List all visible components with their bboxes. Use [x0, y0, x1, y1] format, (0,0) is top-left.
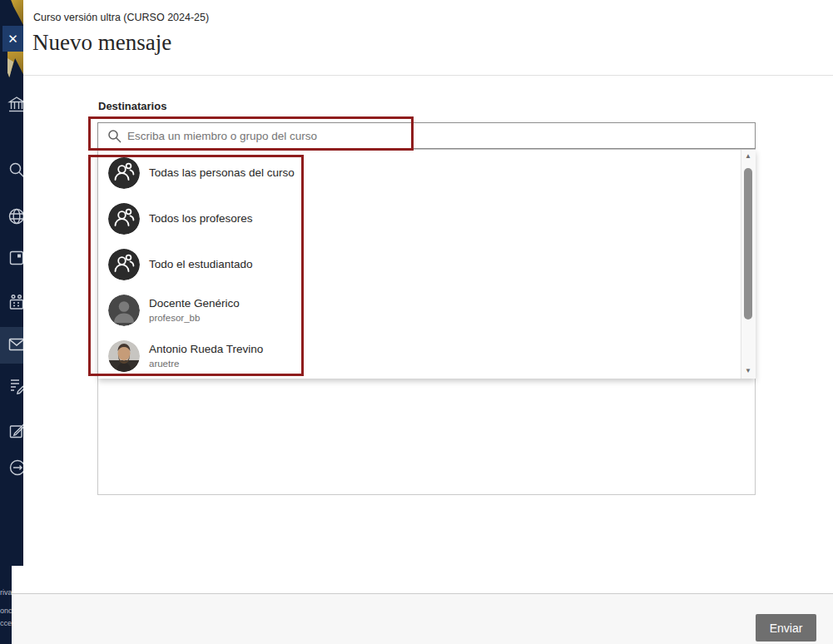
base-nav-sidebar	[0, 0, 23, 566]
close-icon: ✕	[7, 32, 18, 47]
course-context-breadcrumb: Curso versión ultra (CURSO 2024-25)	[33, 12, 209, 23]
close-panel-button[interactable]: ✕	[2, 26, 23, 52]
accessibility-link-fragment[interactable]: cce	[0, 619, 12, 627]
blackboard-logo	[7, 0, 23, 25]
option-name: Todos los profesores	[149, 211, 253, 225]
grades-icon[interactable]	[7, 376, 23, 396]
group-icon	[108, 203, 140, 235]
group-icon	[108, 249, 140, 280]
scroll-down-arrow-icon[interactable]: ▼	[741, 367, 755, 375]
option-name: Todas las personas del curso	[149, 166, 295, 180]
dropdown-scrollbar: ▲ ▼	[741, 150, 756, 379]
option-name: Antonio Rueda Trevino	[149, 342, 263, 356]
messages-icon[interactable]	[7, 334, 23, 354]
option-name: Docente Genérico	[149, 296, 240, 310]
globe-icon[interactable]	[7, 206, 23, 226]
dropdown-option-antonio-rueda[interactable]: Antonio Rueda Trevino aruetre	[98, 333, 741, 379]
header-divider	[23, 75, 833, 76]
panel-footer: Enviar	[12, 593, 833, 644]
compose-icon[interactable]	[7, 421, 23, 441]
recipients-dropdown: Todas las personas del curso Todos los p…	[98, 150, 756, 379]
page-title: Nuevo mensaje	[32, 30, 171, 56]
recipient-search-input[interactable]	[98, 123, 755, 148]
calendar-icon[interactable]	[7, 248, 23, 268]
apps-icon[interactable]	[7, 292, 23, 312]
person-silhouette-avatar	[108, 295, 140, 326]
send-button[interactable]: Enviar	[756, 614, 816, 642]
scrollbar-thumb[interactable]	[744, 168, 752, 320]
dropdown-option-all-course[interactable]: Todas las personas del curso	[98, 150, 741, 196]
recipient-search-field	[97, 122, 756, 149]
group-icon	[108, 157, 140, 189]
search-icon[interactable]	[7, 160, 23, 180]
dropdown-option-all-students[interactable]: Todo el estudiantado	[98, 241, 741, 287]
privacy-link-fragment[interactable]: riva	[0, 588, 12, 597]
dropdown-option-docente-generico[interactable]: Docente Genérico profesor_bb	[98, 287, 741, 333]
scroll-up-arrow-icon[interactable]: ▲	[741, 152, 755, 161]
institution-icon[interactable]	[7, 95, 23, 115]
sign-out-icon[interactable]	[7, 458, 23, 478]
dropdown-option-all-teachers[interactable]: Todos los profesores	[98, 196, 741, 241]
recipients-label: Destinatarios	[98, 100, 166, 112]
option-username: aruetre	[149, 358, 263, 369]
option-username: profesor_bb	[149, 312, 240, 324]
terms-link-fragment[interactable]: onc	[0, 607, 12, 615]
person-photo-avatar	[108, 340, 140, 372]
option-name: Todo el estudiantado	[149, 257, 253, 271]
